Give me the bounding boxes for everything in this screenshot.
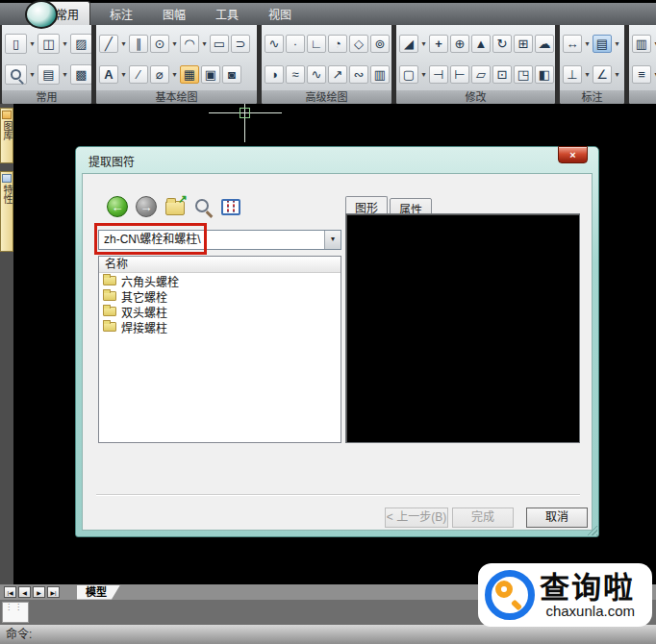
panel-modify: ◢▾ + ⊕ ▲ ↻ ⊞ ☁ ▢▾ ⊣ ⊢ ▱ ⊡ ◳ xyxy=(396,25,555,104)
view-mode-button[interactable] xyxy=(221,199,240,215)
zigzag-line-icon[interactable]: ∿ xyxy=(307,65,326,84)
zoom-icon[interactable] xyxy=(5,64,27,85)
wave-line-icon[interactable]: ≈ xyxy=(286,65,305,84)
list-item[interactable]: 焊接螺柱 xyxy=(99,319,341,334)
sheet-tab-model[interactable]: 模型 xyxy=(77,585,120,600)
line-icon[interactable]: ╱ xyxy=(99,35,118,53)
symbol-folder-list[interactable]: 名称 六角头螺栓 其它螺栓 双头螺柱 焊接螺柱 xyxy=(98,256,341,443)
previous-step-button[interactable]: < 上一步(B) xyxy=(385,508,448,528)
ribbon-tab-dimension[interactable]: 标注 xyxy=(99,2,143,25)
layer-lines-icon[interactable]: ≡ xyxy=(632,65,651,84)
text-icon[interactable]: A xyxy=(99,65,118,84)
dropdown-caret-icon[interactable]: ▾ xyxy=(584,70,591,79)
dropdown-caret-icon[interactable]: ▾ xyxy=(420,39,427,48)
prev-sheet-button[interactable]: ◀ xyxy=(18,586,31,598)
paste-icon[interactable]: ▥ xyxy=(632,35,651,53)
rectangle-icon[interactable]: ▭ xyxy=(210,35,229,53)
dimension-icon[interactable]: ↔ xyxy=(563,35,582,53)
edit-dim-icon[interactable]: ∠ xyxy=(593,65,612,84)
rotate-icon[interactable]: ↻ xyxy=(492,35,512,53)
dropdown-caret-icon[interactable]: ▾ xyxy=(171,70,178,79)
polygon-icon[interactable]: ◇ xyxy=(349,35,368,53)
list-header-name[interactable]: 名称 xyxy=(99,257,341,273)
polyline-icon[interactable]: ⊃ xyxy=(231,35,250,53)
ribbon-tab-sheet[interactable]: 图幅 xyxy=(152,2,196,25)
sidebar-tab-library[interactable]: 图库 xyxy=(0,108,13,163)
stretch-icon[interactable]: ▱ xyxy=(471,65,491,84)
dim-style-icon[interactable]: ▤ xyxy=(593,35,612,53)
block-icon[interactable]: ▣ xyxy=(201,65,220,84)
combo-dropdown-button[interactable]: ▾ xyxy=(324,231,341,249)
command-prompt-bar[interactable]: 命令: xyxy=(0,625,656,644)
app-menu-button[interactable] xyxy=(25,0,58,29)
last-sheet-button[interactable]: ▶| xyxy=(47,586,60,598)
search-button[interactable] xyxy=(195,199,209,212)
list-item[interactable]: 其它螺栓 xyxy=(99,288,341,304)
forward-button[interactable]: → xyxy=(136,196,157,217)
point-icon[interactable]: ∙ xyxy=(286,35,305,53)
leader-icon[interactable]: ⌀ xyxy=(150,65,169,84)
fill-icon[interactable]: ◧ xyxy=(535,65,554,84)
redraw-icon[interactable]: ▩ xyxy=(70,64,91,85)
copy-doc-icon[interactable]: ◫ xyxy=(38,34,60,54)
close-button[interactable]: × xyxy=(558,146,588,163)
coordinate-icon[interactable]: ⊥ xyxy=(563,65,582,84)
scale-icon[interactable]: ⊡ xyxy=(492,65,512,84)
symbol-preview-area xyxy=(345,213,580,443)
new-doc-icon[interactable]: ▯ xyxy=(5,34,27,54)
mirror-icon[interactable]: ▲ xyxy=(471,35,491,53)
next-sheet-button[interactable]: ▶ xyxy=(33,586,45,598)
circle-icon[interactable]: ⊙ xyxy=(150,35,169,53)
curve-icon[interactable]: ∿ xyxy=(265,35,284,53)
arrow-icon[interactable]: ↗ xyxy=(328,65,347,84)
dropdown-caret-icon[interactable]: ▾ xyxy=(171,39,178,48)
array-icon[interactable]: ⊞ xyxy=(514,35,533,53)
extract-symbol-dialog: 提取图符 × ← → ↗ zh-CN\螺栓和螺柱\ ▾ 名称 六角头螺栓 xyxy=(75,146,599,537)
dropdown-caret-icon[interactable]: ▾ xyxy=(584,39,591,48)
region-icon[interactable]: ◙ xyxy=(222,65,241,84)
dropdown-caret-icon[interactable]: ▾ xyxy=(29,70,36,79)
window-refresh-icon[interactable]: ▨ xyxy=(70,34,91,54)
up-folder-button[interactable]: ↗ xyxy=(165,201,185,215)
dropdown-caret-icon[interactable]: ▾ xyxy=(420,70,427,79)
copy-object-icon[interactable]: ⊕ xyxy=(450,35,469,53)
command-history-box[interactable]: ⋮⋮ xyxy=(2,602,29,623)
move-icon[interactable]: + xyxy=(429,35,448,53)
extend-icon[interactable]: ⊢ xyxy=(450,65,469,84)
first-sheet-button[interactable]: |◀ xyxy=(4,586,16,598)
dropdown-caret-icon[interactable]: ▾ xyxy=(62,39,68,48)
erase-icon[interactable]: ◢ xyxy=(399,35,418,53)
finish-button[interactable]: 完成 xyxy=(452,508,514,528)
crosshair-pickbox xyxy=(240,108,250,118)
chamfer-icon[interactable]: ∟ xyxy=(307,35,326,53)
dropdown-caret-icon[interactable]: ▾ xyxy=(201,39,208,48)
freehand-icon[interactable]: ∾ xyxy=(349,65,368,84)
ribbon-tab-view[interactable]: 视图 xyxy=(258,2,302,25)
parallel-line-icon[interactable]: ∥ xyxy=(129,35,148,53)
plot-icon[interactable]: ▤ xyxy=(38,64,60,85)
ribbon-tab-tools[interactable]: 工具 xyxy=(205,2,249,25)
dropdown-caret-icon[interactable]: ▾ xyxy=(29,39,36,48)
break-icon[interactable]: ⊣ xyxy=(429,65,448,84)
revision-cloud-icon[interactable]: ☁ xyxy=(535,35,554,53)
dropdown-caret-icon[interactable]: ▾ xyxy=(120,39,127,48)
arc-icon[interactable]: ◠ xyxy=(180,35,199,53)
dropdown-caret-icon[interactable]: ▾ xyxy=(62,70,68,79)
half-shape-icon[interactable]: ◑ xyxy=(265,65,284,84)
axis-line-icon[interactable]: ∕ xyxy=(129,65,148,84)
dropdown-caret-icon[interactable]: ▾ xyxy=(614,70,620,79)
viewport-icon[interactable]: ◳ xyxy=(514,65,533,84)
ribbon: 常用 标注 图幅 工具 视图 ▯▾ ◫▾ ▨ ▾ ▤▾ ▩ xyxy=(0,0,656,104)
back-button[interactable]: ← xyxy=(107,196,128,217)
dropdown-caret-icon[interactable]: ▾ xyxy=(120,70,127,79)
ellipse-icon[interactable]: ◔ xyxy=(328,35,347,53)
dropdown-caret-icon[interactable]: ▾ xyxy=(614,39,620,48)
table-icon[interactable]: ▥ xyxy=(370,65,390,84)
list-item[interactable]: 双头螺柱 xyxy=(99,304,341,319)
list-item[interactable]: 六角头螺栓 xyxy=(99,273,341,288)
extract-symbol-icon[interactable]: ▦ xyxy=(180,65,199,84)
cancel-button[interactable]: 取消 xyxy=(526,508,588,528)
sidebar-tab-properties[interactable]: 特性 xyxy=(0,171,13,252)
select-frame-icon[interactable]: ▢ xyxy=(399,65,418,84)
section-symbol-icon[interactable]: ⊚ xyxy=(370,35,390,53)
